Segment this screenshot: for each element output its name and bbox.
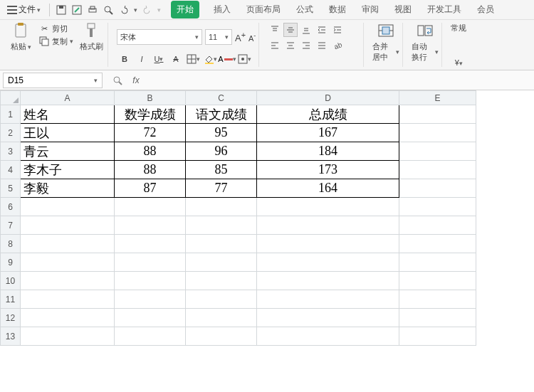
cell-B5[interactable]: 87 [115,179,186,198]
row-header-12[interactable]: 12 [1,309,21,327]
cell-B4[interactable]: 88 [115,161,186,179]
cell-style-button[interactable]: ▾ [236,51,252,67]
cell-B9[interactable] [115,253,186,272]
row-header-10[interactable]: 10 [1,272,21,290]
cell-C9[interactable] [186,253,257,272]
row-header-6[interactable]: 6 [1,198,21,216]
cell-D9[interactable] [257,253,399,272]
cell-D10[interactable] [257,272,399,290]
fill-color-button[interactable]: ▾ [202,51,218,67]
cell-C6[interactable] [186,198,257,216]
cell-B2[interactable]: 72 [115,124,186,142]
cell-A6[interactable] [21,198,115,216]
row-header-4[interactable]: 4 [1,161,21,179]
cell-A5[interactable]: 李毅 [21,179,115,198]
fx-icon[interactable]: fx [128,73,144,88]
cell-C2[interactable]: 95 [186,124,257,142]
cell-E3[interactable] [399,142,476,161]
strikethrough-button[interactable]: A [168,51,184,67]
align-center-icon[interactable] [283,38,298,53]
row-header-9[interactable]: 9 [1,253,21,272]
cell-C4[interactable]: 85 [186,161,257,179]
row-header-7[interactable]: 7 [1,216,21,235]
cell-E11[interactable] [399,290,476,309]
cell-D2[interactable]: 167 [257,124,399,142]
cell-E12[interactable] [399,309,476,327]
col-header-D[interactable]: D [257,91,399,105]
cell-D11[interactable] [257,290,399,309]
font-color-button[interactable]: A▾ [219,51,235,67]
cell-D3[interactable]: 184 [257,142,399,161]
cell-C1[interactable]: 语文成绩 [186,105,257,124]
justify-icon[interactable] [315,38,329,53]
align-top-icon[interactable] [268,23,282,37]
tab-start[interactable]: 开始 [171,1,199,18]
row-header-11[interactable]: 11 [1,290,21,309]
tab-member[interactable]: 会员 [476,1,496,18]
row-header-8[interactable]: 8 [1,235,21,253]
cell-C5[interactable]: 77 [186,179,257,198]
wrap-text-button[interactable]: 自动换行▾ [412,23,439,63]
copy-button[interactable]: 复制▾ [38,36,73,47]
align-right-icon[interactable] [299,38,313,53]
chevron-down-icon[interactable]: ▾ [157,6,161,14]
tab-view[interactable]: 视图 [393,1,413,18]
underline-button[interactable]: U▾ [151,51,167,67]
cell-E1[interactable] [399,105,476,124]
chevron-down-icon[interactable]: ▾ [134,6,137,14]
cell-D1[interactable]: 总成绩 [257,105,399,124]
cell-B8[interactable] [115,235,186,253]
col-header-C[interactable]: C [186,91,257,105]
decrease-font-icon[interactable]: A- [248,32,256,43]
format-painter-button[interactable]: 格式刷 [78,23,105,52]
cell-A10[interactable] [21,272,115,290]
cell-A2[interactable]: 王以 [21,124,115,142]
increase-indent-icon[interactable] [330,23,345,37]
row-header-2[interactable]: 2 [1,124,21,142]
cell-C10[interactable] [186,272,257,290]
cell-C8[interactable] [186,235,257,253]
tab-formula[interactable]: 公式 [295,1,315,18]
cell-D4[interactable]: 173 [257,161,399,179]
cell-B11[interactable] [115,290,186,309]
italic-button[interactable]: I [134,51,150,67]
cell-D5[interactable]: 164 [257,179,399,198]
cell-A4[interactable]: 李木子 [21,161,115,179]
col-header-E[interactable]: E [399,91,476,105]
cell-E13[interactable] [399,327,476,346]
cell-B1[interactable]: 数学成绩 [115,105,186,124]
cell-B13[interactable] [115,327,186,346]
paste-button[interactable]: 粘贴▾ [7,23,34,52]
cell-E10[interactable] [399,272,476,290]
merge-center-button[interactable]: 合并居中▾ [372,23,399,63]
tab-layout[interactable]: 页面布局 [245,1,282,18]
cell-E9[interactable] [399,253,476,272]
tab-review[interactable]: 审阅 [360,1,380,18]
cell-C11[interactable] [186,290,257,309]
row-header-1[interactable]: 1 [1,105,21,124]
cell-B10[interactable] [115,272,186,290]
save-icon[interactable] [56,4,67,16]
cell-B3[interactable]: 88 [115,142,186,161]
tab-data[interactable]: 数据 [328,1,347,18]
cell-A12[interactable] [21,309,115,327]
cell-A9[interactable] [21,253,115,272]
cell-E5[interactable] [399,179,476,198]
print-preview-icon[interactable] [103,4,114,16]
cell-C13[interactable] [186,327,257,346]
decrease-indent-icon[interactable] [315,23,329,37]
cell-D8[interactable] [257,235,399,253]
cell-D13[interactable] [257,327,399,346]
font-name-select[interactable]: 宋体 ▾ [117,29,202,45]
row-header-13[interactable]: 13 [1,327,21,346]
cell-C3[interactable]: 96 [186,142,257,161]
cell-B12[interactable] [115,309,186,327]
font-size-select[interactable]: 11 ▾ [205,29,232,45]
cell-A8[interactable] [21,235,115,253]
print-icon[interactable] [87,4,98,16]
name-box[interactable]: D15 ▾ [3,73,103,88]
cell-A7[interactable] [21,216,115,235]
cell-B6[interactable] [115,198,186,216]
cell-A3[interactable]: 青云 [21,142,115,161]
search-fx-icon[interactable] [110,73,125,88]
